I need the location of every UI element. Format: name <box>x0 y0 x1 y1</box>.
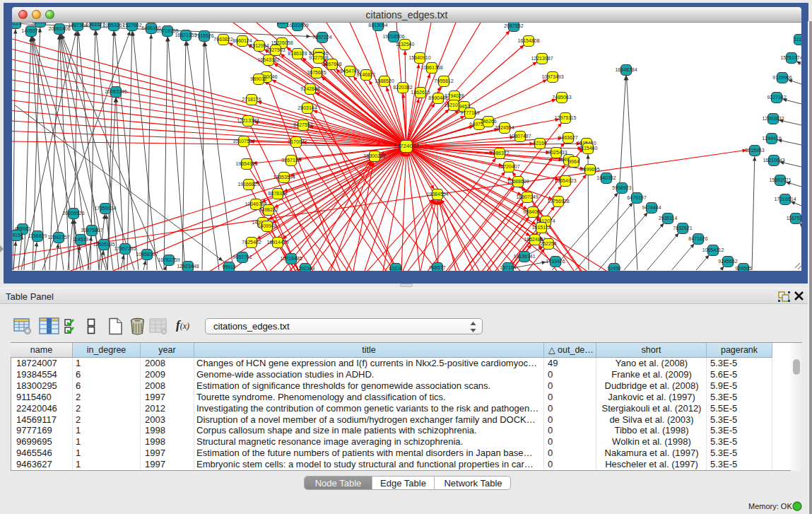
svg-text:2935114: 2935114 <box>659 216 678 221</box>
svg-text:8427552: 8427552 <box>293 122 312 127</box>
svg-text:13353594: 13353594 <box>273 175 295 180</box>
svg-text:3267130: 3267130 <box>281 158 300 163</box>
svg-text:10025433: 10025433 <box>545 150 567 155</box>
svg-text:2718176: 2718176 <box>242 97 261 102</box>
svg-text:9242848: 9242848 <box>300 86 319 91</box>
svg-text:1733426: 1733426 <box>546 259 565 264</box>
svg-text:9899695: 9899695 <box>580 167 599 172</box>
svg-text:9777169: 9777169 <box>460 110 479 115</box>
svg-text:20206526: 20206526 <box>62 211 84 216</box>
svg-text:18807249: 18807249 <box>516 194 538 199</box>
svg-text:19756928: 19756928 <box>547 199 569 204</box>
svg-text:9474444: 9474444 <box>642 205 661 210</box>
svg-text:10688609: 10688609 <box>507 179 529 184</box>
svg-text:1588520: 1588520 <box>375 78 394 83</box>
svg-text:8471626: 8471626 <box>688 236 707 241</box>
svg-text:7515526: 7515526 <box>194 33 213 38</box>
svg-text:9227342: 9227342 <box>767 95 786 100</box>
svg-text:7857224: 7857224 <box>312 35 331 40</box>
svg-text:114519: 114519 <box>73 237 89 242</box>
svg-text:1362615: 1362615 <box>411 90 430 95</box>
svg-text:8215953: 8215953 <box>745 148 764 153</box>
svg-text:1117: 1117 <box>794 37 801 42</box>
svg-text:1987304: 1987304 <box>68 23 87 28</box>
svg-text:7663822: 7663822 <box>213 37 233 42</box>
svg-text:12923448: 12923448 <box>177 264 199 269</box>
svg-text:137164: 137164 <box>500 265 516 270</box>
svg-text:7632621: 7632621 <box>673 226 692 230</box>
svg-text:15720407: 15720407 <box>498 164 519 169</box>
svg-text:8220382: 8220382 <box>393 85 412 90</box>
svg-text:9245652: 9245652 <box>718 259 737 264</box>
svg-text:10958107: 10958107 <box>136 252 158 257</box>
svg-text:7955812: 7955812 <box>434 78 453 83</box>
svg-text:19654925: 19654925 <box>235 161 257 166</box>
svg-text:8878334: 8878334 <box>268 191 287 196</box>
svg-text:16671355: 16671355 <box>175 33 196 37</box>
svg-text:9327508: 9327508 <box>309 55 328 60</box>
svg-text:9964: 9964 <box>568 159 579 164</box>
svg-text:1615112: 1615112 <box>532 225 551 230</box>
svg-text:252254: 252254 <box>540 241 556 246</box>
svg-text:16648784: 16648784 <box>615 67 637 72</box>
svg-text:989012: 989012 <box>250 76 266 81</box>
svg-text:9884067: 9884067 <box>523 209 542 214</box>
svg-text:12093832: 12093832 <box>762 116 784 121</box>
svg-text:3824554: 3824554 <box>495 125 514 130</box>
svg-text:39154: 39154 <box>12 233 23 238</box>
svg-text:2867608: 2867608 <box>322 62 341 66</box>
svg-text:948577: 948577 <box>429 265 445 270</box>
svg-text:18724007: 18724007 <box>394 143 419 149</box>
svg-text:9129966: 9129966 <box>772 75 792 80</box>
svg-text:7485063: 7485063 <box>552 95 571 100</box>
svg-text:19166829: 19166829 <box>237 182 259 187</box>
svg-text:8186328: 8186328 <box>288 51 307 56</box>
svg-text:8813054: 8813054 <box>368 23 387 28</box>
svg-text:7986372: 7986372 <box>490 151 509 156</box>
svg-text:5958923: 5958923 <box>612 185 631 190</box>
svg-text:12213383: 12213383 <box>237 118 259 123</box>
svg-text:9123: 9123 <box>12 23 21 25</box>
svg-text:20691406: 20691406 <box>48 26 70 31</box>
svg-text:1527602: 1527602 <box>122 23 141 28</box>
svg-text:15640910: 15640910 <box>408 55 430 60</box>
svg-text:17359934: 17359934 <box>94 206 116 211</box>
svg-text:16543382: 16543382 <box>257 57 279 62</box>
svg-text:1409948: 1409948 <box>257 223 276 228</box>
svg-text:1640352: 1640352 <box>596 175 616 180</box>
svg-text:7625402: 7625402 <box>242 240 261 245</box>
svg-text:1244419: 1244419 <box>762 136 781 141</box>
svg-text:92450: 92450 <box>607 266 621 271</box>
svg-text:1167533: 1167533 <box>787 216 801 221</box>
svg-text:30975867: 30975867 <box>81 228 102 233</box>
svg-text:19218506: 19218506 <box>382 34 404 39</box>
svg-text:81634: 81634 <box>389 266 403 271</box>
svg-text:2087652: 2087652 <box>504 23 523 28</box>
svg-text:9115460: 9115460 <box>579 146 598 151</box>
svg-text:20053346: 20053346 <box>105 89 126 94</box>
svg-text:62160: 62160 <box>533 141 547 146</box>
svg-text:10653267: 10653267 <box>102 23 124 28</box>
svg-text:1292344: 1292344 <box>295 266 314 271</box>
svg-text:6479197: 6479197 <box>627 195 646 200</box>
svg-text:8660124: 8660124 <box>233 38 252 43</box>
svg-text:14136141: 14136141 <box>513 254 535 259</box>
svg-text:2803144: 2803144 <box>298 105 317 110</box>
svg-text:17016514: 17016514 <box>774 197 796 201</box>
svg-text:9327503: 9327503 <box>266 47 285 52</box>
svg-text:10973493: 10973493 <box>541 74 563 79</box>
svg-text:1156829: 1156829 <box>28 233 47 238</box>
svg-text:817004: 817004 <box>288 139 304 144</box>
svg-text:16782759: 16782759 <box>158 257 180 262</box>
svg-text:15692071: 15692071 <box>769 177 791 182</box>
svg-text:9463627: 9463627 <box>558 135 577 140</box>
svg-text:95912: 95912 <box>222 264 236 269</box>
svg-text:160337: 160337 <box>32 23 48 24</box>
svg-text:10961758: 10961758 <box>420 65 442 70</box>
svg-text:16210643: 16210643 <box>763 158 784 163</box>
svg-text:10807487: 10807487 <box>509 134 531 139</box>
svg-text:12942757: 12942757 <box>47 235 69 240</box>
svg-text:3875685: 3875685 <box>307 70 326 75</box>
svg-text:924565: 924565 <box>735 266 751 271</box>
svg-text:16033809: 16033809 <box>286 23 308 28</box>
